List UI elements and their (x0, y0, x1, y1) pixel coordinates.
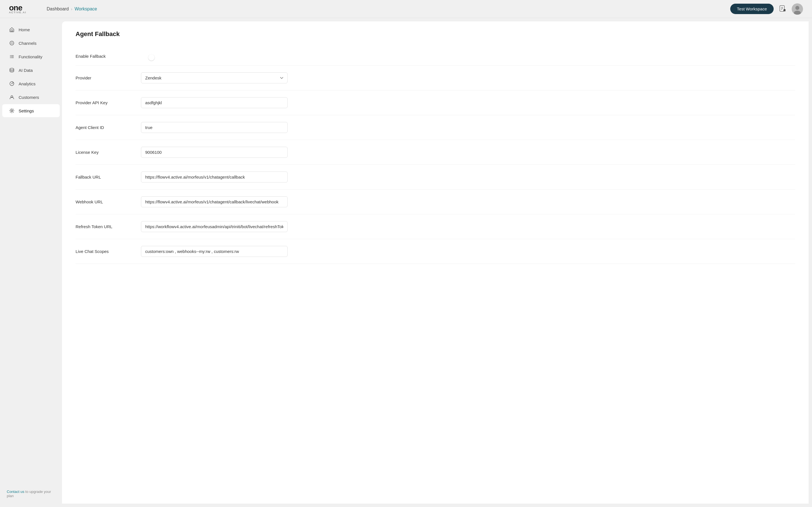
webhook-url-input[interactable] (141, 196, 288, 207)
main-content: Agent Fallback Enable Fallback Provider … (62, 21, 809, 504)
sidebar-label-home: Home (18, 27, 30, 32)
functionality-icon (9, 54, 15, 59)
live-chat-scopes-control (141, 246, 288, 257)
logo-active: ACTIVE.AI (9, 11, 27, 14)
enable-fallback-control (141, 54, 288, 59)
form-row-refresh-token-url: Refresh Token URL (75, 214, 795, 239)
breadcrumb-root[interactable]: Dashboard (47, 6, 69, 11)
provider-api-key-control (141, 97, 288, 108)
sidebar-item-home[interactable]: Home (2, 23, 60, 36)
provider-select[interactable]: Zendesk Freshdesk Intercom Salesforce (141, 72, 288, 83)
sidebar-item-settings[interactable]: Settings (2, 104, 60, 117)
svg-rect-2 (781, 8, 783, 9)
enable-fallback-label: Enable Fallback (75, 54, 132, 59)
svg-point-10 (10, 41, 14, 45)
refresh-token-url-label: Refresh Token URL (75, 224, 132, 229)
breadcrumb-separator: › (71, 7, 72, 11)
test-workspace-button[interactable]: Test Workspace (730, 4, 774, 14)
sidebar-footer: Contact us to upgrade your plan (0, 485, 62, 503)
ai-data-icon (9, 67, 15, 73)
form-row-live-chat-scopes: Live Chat Scopes (75, 239, 795, 264)
form-row-agent-client-id: Agent Client ID (75, 115, 795, 140)
live-chat-scopes-input[interactable] (141, 246, 288, 257)
sidebar-item-channels[interactable]: Channels (2, 37, 60, 50)
breadcrumb-current[interactable]: Workspace (74, 6, 97, 11)
agent-client-id-control (141, 122, 288, 133)
form-row-provider-api-key: Provider API Key (75, 91, 795, 115)
form-row-enable-fallback: Enable Fallback (75, 47, 795, 66)
svg-rect-3 (781, 9, 782, 10)
sidebar-label-functionality: Functionality (18, 54, 42, 59)
logo: one ACTIVE.AI (9, 4, 27, 14)
sidebar-label-ai-data: AI Data (18, 68, 33, 73)
sidebar-label-channels: Channels (18, 41, 36, 46)
license-key-control (141, 147, 288, 158)
contact-us-link[interactable]: Contact us (7, 490, 24, 494)
svg-text:+: + (784, 10, 785, 11)
logo-one: one (9, 4, 27, 12)
sidebar-item-functionality[interactable]: Functionality (2, 50, 60, 63)
refresh-token-url-input[interactable] (141, 221, 288, 232)
svg-point-7 (795, 6, 799, 10)
provider-api-key-label: Provider API Key (75, 100, 132, 105)
header-right: Test Workspace + (730, 3, 803, 15)
svg-rect-9 (11, 30, 13, 32)
form-row-provider: Provider Zendesk Freshdesk Intercom Sale… (75, 66, 795, 91)
form-row-webhook-url: Webhook URL (75, 189, 795, 214)
sidebar-item-customers[interactable]: Customers (2, 91, 60, 104)
agent-client-id-label: Agent Client ID (75, 125, 132, 130)
live-chat-scopes-label: Live Chat Scopes (75, 249, 132, 254)
fallback-url-control (141, 172, 288, 182)
fallback-url-input[interactable] (141, 172, 288, 182)
document-icon[interactable]: + (778, 4, 787, 13)
license-key-label: License Key (75, 150, 132, 155)
layout: Home Channels Functio (0, 18, 812, 507)
svg-point-16 (11, 110, 13, 112)
provider-control: Zendesk Freshdesk Intercom Salesforce (141, 72, 288, 83)
avatar[interactable] (792, 3, 803, 15)
sidebar: Home Channels Functio (0, 18, 62, 507)
license-key-input[interactable] (141, 147, 288, 158)
header: one ACTIVE.AI Dashboard › Workspace Test… (0, 0, 812, 18)
form-row-fallback-url: Fallback URL (75, 165, 795, 189)
home-icon (9, 27, 15, 33)
header-left: one ACTIVE.AI Dashboard › Workspace (9, 4, 97, 14)
refresh-token-url-control (141, 221, 288, 232)
sidebar-label-analytics: Analytics (18, 81, 36, 86)
form-row-license-key: License Key (75, 140, 795, 165)
sidebar-label-customers: Customers (18, 95, 39, 100)
sidebar-item-analytics[interactable]: Analytics (2, 77, 60, 90)
analytics-icon (9, 81, 15, 87)
svg-rect-1 (781, 7, 783, 8)
page-title: Agent Fallback (75, 31, 795, 38)
sidebar-nav: Home Channels Functio (0, 22, 62, 485)
svg-point-14 (11, 83, 12, 84)
webhook-url-label: Webhook URL (75, 200, 132, 204)
provider-api-key-input[interactable] (141, 97, 288, 108)
svg-point-11 (10, 68, 14, 70)
channels-icon (9, 40, 15, 46)
sidebar-item-ai-data[interactable]: AI Data (2, 64, 60, 76)
sidebar-label-settings: Settings (18, 108, 34, 113)
agent-client-id-input[interactable] (141, 122, 288, 133)
customers-icon (9, 94, 15, 100)
fallback-url-label: Fallback URL (75, 175, 132, 179)
provider-label: Provider (75, 75, 132, 80)
settings-icon (9, 108, 15, 114)
breadcrumb: Dashboard › Workspace (47, 6, 97, 11)
webhook-url-control (141, 196, 288, 207)
